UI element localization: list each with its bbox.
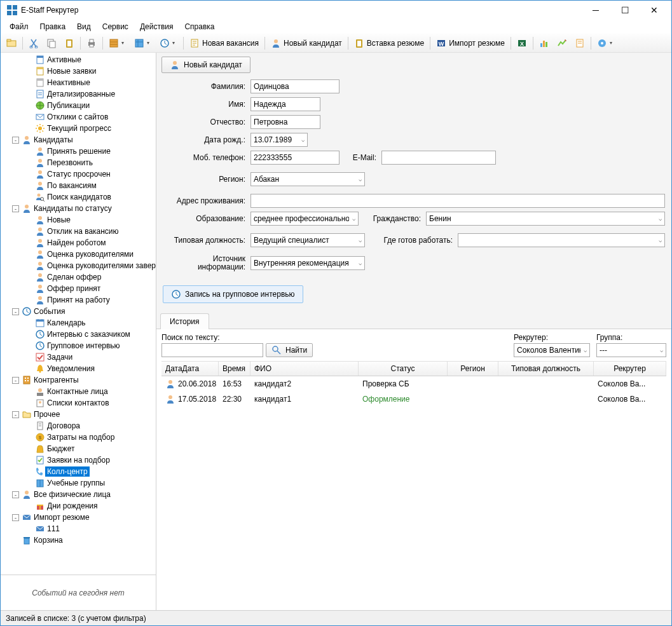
tree-item[interactable]: Публикации bbox=[1, 100, 156, 111]
print-button[interactable] bbox=[83, 36, 100, 51]
chart-button[interactable] bbox=[536, 36, 552, 51]
tree-item[interactable]: -Контрагенты bbox=[1, 374, 156, 386]
cut-button[interactable] bbox=[25, 36, 42, 51]
position-select[interactable]: Ведущий специалист⌵ bbox=[250, 233, 365, 247]
expand-toggle[interactable]: - bbox=[12, 377, 19, 384]
tree-item[interactable]: 111 bbox=[1, 523, 156, 534]
col-header-recruiter[interactable]: Рекрутер bbox=[594, 362, 666, 376]
tree-item[interactable]: -События bbox=[1, 306, 156, 317]
tree-item[interactable]: Календарь bbox=[1, 317, 156, 329]
nav-tree[interactable]: АктивныеНовые заявкиНеактивныеДетализиро… bbox=[1, 53, 156, 575]
tree-item[interactable]: Текущий прогресс bbox=[1, 123, 156, 134]
tree-item[interactable]: Колл-центр bbox=[1, 466, 156, 477]
tree-item[interactable]: Бюджет bbox=[1, 443, 156, 454]
grid-row[interactable]: 20.06.201816:53кандидат2Проверка СБСокол… bbox=[161, 376, 666, 391]
tree-item[interactable]: $Затраты на подбор bbox=[1, 432, 156, 443]
expand-toggle[interactable]: - bbox=[12, 308, 19, 315]
col-header-position[interactable]: Типовая должность bbox=[498, 362, 594, 376]
firstname-input[interactable] bbox=[250, 97, 320, 111]
tree-item[interactable]: Учебные группы bbox=[1, 477, 156, 489]
tree-item[interactable]: Отклики с сайтов bbox=[1, 111, 156, 123]
col-header-status[interactable]: Статус bbox=[359, 362, 448, 376]
tree-item[interactable]: Детализированные bbox=[1, 88, 156, 100]
paste-button[interactable] bbox=[61, 36, 78, 51]
tree-item[interactable]: Неактивные bbox=[1, 77, 156, 88]
patronymic-input[interactable] bbox=[250, 115, 320, 129]
tree-item[interactable]: -Импорт резюме bbox=[1, 512, 156, 523]
grid-button-1[interactable]: ▾ bbox=[106, 36, 130, 51]
col-header-time[interactable]: Время bbox=[219, 362, 250, 376]
region-select[interactable]: Абакан⌵ bbox=[250, 172, 365, 186]
expand-toggle[interactable]: - bbox=[12, 491, 19, 498]
report-button[interactable] bbox=[572, 36, 588, 51]
group-interview-button[interactable]: Запись на групповое интервью bbox=[163, 285, 303, 303]
expand-toggle[interactable]: - bbox=[12, 137, 19, 144]
history-search-input[interactable] bbox=[161, 343, 263, 357]
tree-item[interactable]: Отклик на вакансию bbox=[1, 226, 156, 237]
menu-справка[interactable]: Справка bbox=[179, 21, 219, 32]
col-header-fio[interactable]: ФИО bbox=[250, 362, 359, 376]
tree-item[interactable]: Корзина bbox=[1, 534, 156, 546]
citizenship-select[interactable]: Бенин⌵ bbox=[426, 212, 665, 226]
tree-item[interactable]: -Кандидаты bbox=[1, 134, 156, 146]
tree-item[interactable]: Интервью с заказчиком bbox=[1, 329, 156, 340]
tree-item[interactable]: Заявки на подбор bbox=[1, 454, 156, 466]
copy-button[interactable] bbox=[43, 36, 60, 51]
tree-item[interactable]: -Прочее bbox=[1, 409, 156, 420]
tree-item[interactable]: Договора bbox=[1, 420, 156, 432]
menu-правка[interactable]: Правка bbox=[35, 21, 71, 32]
tree-item[interactable]: Дни рождения bbox=[1, 500, 156, 512]
col-header-date[interactable]: ДатаДата bbox=[161, 362, 219, 376]
expand-toggle[interactable]: - bbox=[12, 205, 19, 212]
col-header-region[interactable]: Регион bbox=[448, 362, 498, 376]
grid-button-2[interactable]: ▾ bbox=[131, 36, 155, 51]
insert-resume-button[interactable]: Вставка резюме bbox=[351, 36, 427, 51]
expand-toggle[interactable]: - bbox=[12, 411, 19, 418]
address-input[interactable] bbox=[250, 194, 665, 208]
menu-действия[interactable]: Действия bbox=[135, 21, 179, 32]
clock-button[interactable]: ▾ bbox=[156, 36, 181, 51]
menu-вид[interactable]: Вид bbox=[72, 21, 96, 32]
tree-item[interactable]: -Кандидаты по статусу bbox=[1, 203, 156, 214]
tree-item[interactable]: Контактные лица bbox=[1, 386, 156, 397]
source-select[interactable]: Внутренняя рекомендация⌵ bbox=[250, 256, 365, 270]
close-button[interactable]: ✕ bbox=[640, 1, 669, 20]
tree-item[interactable]: Новые bbox=[1, 214, 156, 226]
new-vacancy-button[interactable]: Новая вакансия bbox=[186, 36, 262, 51]
tree-item[interactable]: Оффер принят bbox=[1, 283, 156, 294]
tree-item[interactable]: Задачи bbox=[1, 351, 156, 363]
grid-row[interactable]: 17.05.201822:30кандидат1ОформлениеСоколо… bbox=[161, 391, 666, 407]
worklocation-select[interactable]: ⌵ bbox=[458, 233, 665, 247]
tree-item[interactable]: Поиск кандидатов bbox=[1, 191, 156, 203]
new-candidate-content-button[interactable]: Новый кандидат bbox=[161, 57, 250, 73]
tab-history[interactable]: История bbox=[160, 313, 209, 329]
group-select[interactable]: ---⌵ bbox=[596, 343, 666, 357]
excel-button[interactable]: X bbox=[514, 36, 530, 51]
new-candidate-button[interactable]: Новый кандидат bbox=[268, 36, 345, 51]
tree-item[interactable]: По вакансиям bbox=[1, 180, 156, 191]
tree-item[interactable]: Групповое интервью bbox=[1, 340, 156, 351]
tree-item[interactable]: Принять решение bbox=[1, 146, 156, 157]
lastname-input[interactable] bbox=[250, 79, 339, 93]
phone-input[interactable] bbox=[250, 151, 339, 165]
find-button[interactable]: Найти bbox=[266, 343, 313, 357]
stats-button[interactable] bbox=[554, 36, 570, 51]
menu-сервис[interactable]: Сервис bbox=[97, 21, 134, 32]
education-select[interactable]: среднее профессиональное⌵ bbox=[250, 212, 359, 226]
expand-toggle[interactable]: - bbox=[12, 514, 19, 521]
tree-item[interactable]: Активные bbox=[1, 54, 156, 65]
tree-item[interactable]: -Все физические лица bbox=[1, 489, 156, 500]
tree-item[interactable]: Перезвонить bbox=[1, 157, 156, 168]
tree-item[interactable]: Статус просрочен bbox=[1, 168, 156, 180]
tree-item[interactable]: Оценка руководителями завершена bbox=[1, 260, 156, 271]
settings-button[interactable]: ▾ bbox=[594, 36, 618, 51]
tree-item[interactable]: Оценка руководителями bbox=[1, 248, 156, 260]
tree-item[interactable]: Найден роботом bbox=[1, 237, 156, 248]
tree-item[interactable]: Списки контактов bbox=[1, 397, 156, 409]
menu-файл[interactable]: Файл bbox=[4, 21, 34, 32]
minimize-button[interactable]: ─ bbox=[581, 1, 610, 20]
tree-item[interactable]: Уведомления bbox=[1, 363, 156, 374]
recruiter-select[interactable]: Соколов Валентин⌵ bbox=[514, 343, 590, 357]
open-button[interactable] bbox=[3, 36, 20, 51]
maximize-button[interactable]: ☐ bbox=[610, 1, 640, 20]
